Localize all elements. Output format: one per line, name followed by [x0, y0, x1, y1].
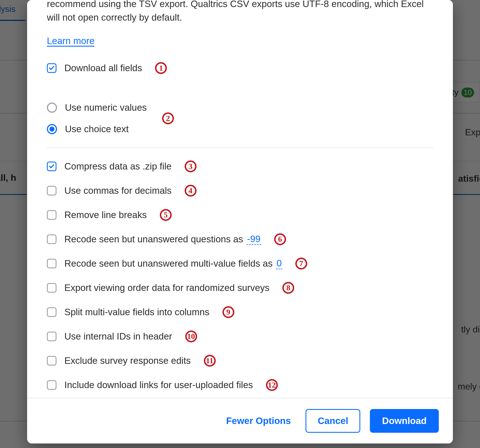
recode-value-input[interactable]: -99	[246, 234, 261, 245]
checkbox-exclude-edits[interactable]	[47, 356, 56, 366]
check-icon	[49, 65, 55, 71]
label-compress-zip: Compress data as .zip file	[64, 161, 172, 172]
annotation-marker: 5	[160, 209, 172, 221]
fewer-options-button[interactable]: Fewer Options	[221, 412, 296, 430]
annotation-marker: 6	[274, 233, 286, 245]
annotation-marker: 10	[185, 330, 197, 342]
label-recode-unanswered: Recode seen but unanswered questions as …	[64, 234, 261, 245]
check-icon	[49, 163, 55, 169]
modal-description: recommend using the TSV export. Qualtric…	[47, 0, 433, 24]
checkbox-compress-zip[interactable]	[47, 162, 56, 171]
annotation-marker: 4	[185, 185, 197, 197]
annotation-marker: 8	[282, 282, 294, 294]
radio-use-choice-text[interactable]	[47, 124, 57, 134]
cancel-button[interactable]: Cancel	[306, 409, 360, 433]
option-commas-decimals: Use commas for decimals 4	[47, 185, 433, 197]
checkbox-remove-line-breaks[interactable]	[47, 210, 56, 220]
checkbox-recode-multivalue[interactable]	[47, 259, 56, 268]
option-export-viewing-order: Export viewing order data for randomized…	[47, 282, 433, 294]
label-commas-decimals: Use commas for decimals	[64, 185, 172, 196]
label-remove-line-breaks: Remove line breaks	[64, 210, 147, 220]
label-download-all-fields: Download all fields	[64, 63, 142, 73]
label-include-download-links: Include download links for user-uploaded…	[64, 380, 253, 390]
checkbox-internal-ids[interactable]	[47, 332, 56, 341]
option-include-download-links: Include download links for user-uploaded…	[47, 379, 433, 391]
option-split-multivalue: Split multi-value fields into columns 9	[47, 306, 433, 318]
modal-footer: Fewer Options Cancel Download	[27, 398, 453, 443]
annotation-marker: 3	[185, 160, 197, 172]
checkbox-download-all-fields[interactable]	[47, 63, 56, 73]
radio-use-numeric-values[interactable]	[47, 103, 57, 113]
label-exclude-edits: Exclude survey response edits	[64, 355, 191, 366]
label-use-numeric-values: Use numeric values	[65, 102, 147, 113]
annotation-marker: 1	[155, 62, 167, 74]
export-options-modal: recommend using the TSV export. Qualtric…	[27, 0, 453, 443]
label-use-choice-text: Use choice text	[65, 124, 129, 134]
recode-multivalue-input[interactable]: 0	[276, 258, 282, 269]
checkbox-recode-unanswered[interactable]	[47, 234, 56, 244]
checkbox-include-download-links[interactable]	[47, 380, 56, 390]
annotation-marker: 2	[162, 112, 174, 124]
label-internal-ids: Use internal IDs in header	[64, 331, 172, 342]
option-compress-zip: Compress data as .zip file 3	[47, 160, 433, 172]
option-recode-unanswered: Recode seen but unanswered questions as …	[47, 233, 433, 245]
annotation-marker: 11	[204, 355, 216, 367]
annotation-marker: 7	[295, 258, 307, 269]
label-export-viewing-order: Export viewing order data for randomized…	[64, 282, 269, 293]
label-recode-multivalue: Recode seen but unanswered multi-value f…	[64, 258, 282, 269]
annotation-marker: 9	[222, 306, 234, 318]
checkbox-export-viewing-order[interactable]	[47, 283, 56, 293]
option-download-all-fields: Download all fields 1	[47, 62, 433, 74]
checkbox-commas-decimals[interactable]	[47, 186, 56, 195]
learn-more-link[interactable]: Learn more	[47, 36, 95, 46]
option-use-choice-text: Use choice text	[47, 124, 433, 134]
annotation-marker: 12	[266, 379, 278, 391]
label-split-multivalue: Split multi-value fields into columns	[64, 307, 210, 317]
option-use-numeric-values: Use numeric values	[47, 102, 433, 113]
option-recode-multivalue: Recode seen but unanswered multi-value f…	[47, 258, 433, 269]
separator	[47, 147, 433, 148]
option-internal-ids: Use internal IDs in header 10	[47, 330, 433, 342]
option-exclude-edits: Exclude survey response edits 11	[47, 355, 433, 367]
download-button[interactable]: Download	[370, 409, 439, 433]
checkbox-split-multivalue[interactable]	[47, 307, 56, 317]
option-remove-line-breaks: Remove line breaks 5	[47, 209, 433, 221]
